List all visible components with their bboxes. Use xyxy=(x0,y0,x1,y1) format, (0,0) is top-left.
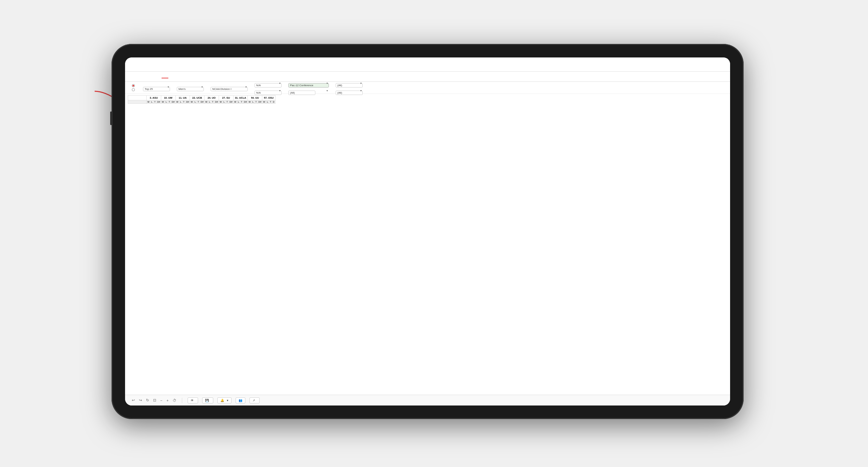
sh-l9: L xyxy=(266,100,269,104)
radio-full-dot xyxy=(132,84,135,87)
sub-nav-matrix2[interactable] xyxy=(206,75,213,78)
max-teams-filter: Top 25 Top 10 Top 50 xyxy=(143,84,170,91)
corner-header xyxy=(128,96,147,100)
sh-t9: T xyxy=(269,100,272,104)
sh-w7: W xyxy=(233,100,237,104)
sh-t5: T xyxy=(211,100,214,104)
sh-l3: L xyxy=(179,100,182,104)
tablet-screen: Top 25 Top 10 Top 50 Men's Women's xyxy=(125,57,730,405)
col-header-osu: 57. OSU xyxy=(262,96,275,100)
sh-d3: Dif xyxy=(185,100,190,104)
col-header-uu: 54. UU xyxy=(248,96,262,100)
gender-filter: Men's Women's xyxy=(177,84,204,91)
sh-t7: T xyxy=(240,100,243,104)
sh-l5: L xyxy=(208,100,211,104)
region-select2[interactable]: N/A xyxy=(255,91,282,95)
sub-nav-h2hheatmap[interactable] xyxy=(154,75,161,78)
sh-w9: W xyxy=(262,100,266,104)
sh-w6: W xyxy=(219,100,222,104)
sh-d8: Dif xyxy=(258,100,262,104)
sub-nav-matrix[interactable] xyxy=(162,75,168,78)
nav-teams[interactable] xyxy=(153,63,164,66)
sub-nav-summary2[interactable] xyxy=(176,75,183,78)
nav-rankings[interactable] xyxy=(174,63,185,66)
sh-t1: T xyxy=(153,100,156,104)
team-select2[interactable]: (All) xyxy=(336,91,363,95)
sh-t4: T xyxy=(197,100,200,104)
team-select[interactable]: (All) xyxy=(336,83,363,88)
col-header-ucla: 31. UCLA xyxy=(233,96,248,100)
region-filter: N/A N/A xyxy=(255,81,282,95)
matrix-table: 3. ASU 10. UW 11. UA 22. UCB 24. UO 27. … xyxy=(128,95,275,104)
sh-l6: L xyxy=(223,100,226,104)
sub-nav-detail[interactable] xyxy=(184,75,191,78)
radio-compact-dot xyxy=(132,88,135,91)
sh-w1: W xyxy=(147,100,150,104)
tablet-frame: Top 25 Top 10 Top 50 Men's Women's xyxy=(112,44,744,419)
sub-nav-players[interactable] xyxy=(169,75,176,78)
conference-filter: Pac-12 Conference (All) (All) xyxy=(288,81,329,95)
app-header xyxy=(125,57,730,72)
col-header-su: 27. SU xyxy=(219,96,233,100)
sh-l2: L xyxy=(165,100,168,104)
team-filter: (All) (All) xyxy=(336,81,363,95)
sh-l1: L xyxy=(150,100,153,104)
matrix-scroll-area[interactable]: 3. ASU 10. UW 11. UA 22. UCB 24. UO 27. … xyxy=(125,94,730,236)
sh-d7: Dif xyxy=(243,100,248,104)
sh-w5: W xyxy=(204,100,208,104)
sh-l8: L xyxy=(251,100,255,104)
col-header-uo: 24. UO xyxy=(204,96,219,100)
col-header-ua: 11. UA xyxy=(175,96,190,100)
conference-select2[interactable]: (All) xyxy=(288,91,315,95)
sh-w3: W xyxy=(175,100,179,104)
sh-t8: T xyxy=(255,100,258,104)
sh-t3: T xyxy=(182,100,185,104)
sub-nav-summary[interactable] xyxy=(139,75,146,78)
sh-d2: Dif xyxy=(171,100,175,104)
sh-w2: W xyxy=(161,100,165,104)
col-header-uw: 10. UW xyxy=(161,96,175,100)
sub-corner xyxy=(128,100,147,104)
filter-bar: Top 25 Top 10 Top 50 Men's Women's xyxy=(125,82,730,94)
sub-nav-h2hheatmap2[interactable] xyxy=(199,75,206,78)
sh-d1: Dif xyxy=(156,100,161,104)
region-select[interactable]: N/A xyxy=(255,83,282,88)
sh-d5: Dif xyxy=(214,100,219,104)
sh-d6: Dif xyxy=(229,100,234,104)
conference-select[interactable]: Pac-12 Conference (All) xyxy=(288,83,329,88)
sh-t6: T xyxy=(226,100,229,104)
sh-w4: W xyxy=(190,100,194,104)
sh-w8: W xyxy=(248,100,251,104)
sub-nav-h2hgrid[interactable] xyxy=(147,75,153,78)
sh-d4: Dif xyxy=(200,100,204,104)
sh-t2: T xyxy=(168,100,171,104)
sh-l4: L xyxy=(194,100,197,104)
gender-select[interactable]: Men's Women's xyxy=(177,87,204,91)
sh-d9: D xyxy=(272,100,275,104)
view-radio-group xyxy=(132,84,136,91)
max-teams-select[interactable]: Top 25 Top 10 Top 50 xyxy=(143,87,170,91)
col-header-ucb: 22. UCB xyxy=(190,96,204,100)
radio-compact-view[interactable] xyxy=(132,88,136,91)
nav-tournaments[interactable] xyxy=(142,63,153,66)
sub-nav-h2hgrid2[interactable] xyxy=(191,75,198,78)
division-select[interactable]: NCAA Division I NCAA Division II xyxy=(211,87,248,91)
main-nav xyxy=(142,63,185,66)
sub-nav xyxy=(125,72,730,82)
nav-committee[interactable] xyxy=(164,63,174,66)
sh-l7: L xyxy=(237,100,240,104)
sub-nav-teams[interactable] xyxy=(132,75,139,78)
division-filter: NCAA Division I NCAA Division II xyxy=(211,84,248,91)
radio-full-view[interactable] xyxy=(132,84,136,87)
col-header-asu: 3. ASU xyxy=(147,96,161,100)
